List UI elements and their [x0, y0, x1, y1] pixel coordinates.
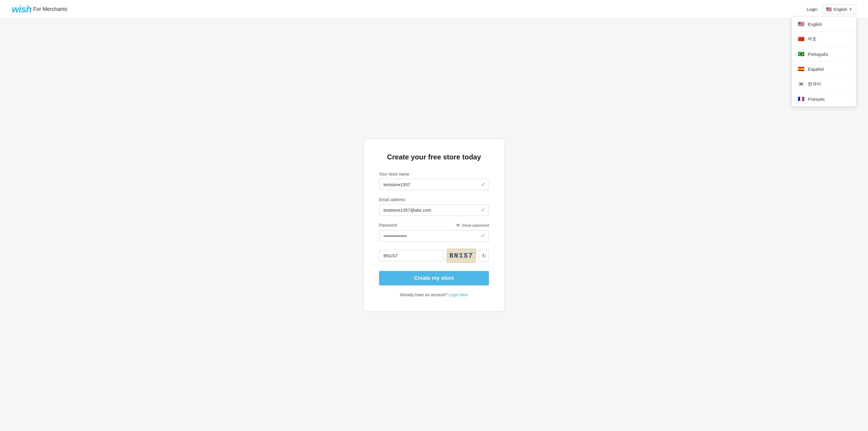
language-label-korean: 한국어 — [808, 81, 821, 87]
email-field-group: Email address ✓ — [379, 197, 489, 216]
for-merchants-label: For Merchants — [33, 6, 67, 12]
flag-br-icon: 🇧🇷 — [798, 51, 804, 57]
password-input[interactable] — [379, 230, 489, 242]
flag-es-icon: 🇪🇸 — [798, 66, 804, 72]
selected-language-flag: 🇺🇸 — [826, 6, 832, 12]
store-name-input-wrap: ✓ — [379, 179, 489, 190]
email-input[interactable] — [379, 204, 489, 216]
refresh-icon: ↻ — [482, 252, 486, 259]
header-right: Login 🇺🇸 English ▼ — [807, 4, 856, 14]
captcha-input[interactable] — [379, 250, 444, 261]
chevron-down-icon: ▼ — [849, 7, 852, 11]
language-dropdown: 🇺🇸 English 🇨🇳 中文 🇧🇷 Português 🇪🇸 Español… — [792, 17, 856, 106]
password-label: Password — [379, 223, 397, 227]
language-option-english[interactable]: 🇺🇸 English — [792, 17, 856, 32]
wish-logo: wish — [12, 4, 31, 15]
main-content: Create your free store today Your store … — [0, 19, 868, 431]
flag-fr-icon: 🇫🇷 — [798, 96, 804, 102]
email-label: Email address — [379, 197, 489, 202]
flag-cn-icon: 🇨🇳 — [798, 36, 804, 42]
email-input-wrap: ✓ — [379, 204, 489, 216]
password-label-row: Password 👁 Show password — [379, 223, 489, 228]
login-here-link[interactable]: Login here — [449, 293, 468, 297]
language-option-korean[interactable]: 🇰🇷 한국어 — [792, 76, 856, 92]
show-password-button[interactable]: 👁 Show password — [456, 223, 489, 228]
captcha-row: BN1S7 ↻ — [379, 249, 489, 263]
captcha-image: BN1S7 — [446, 249, 476, 263]
create-store-button[interactable]: Create my store — [379, 271, 489, 285]
flag-us-icon: 🇺🇸 — [798, 21, 804, 27]
password-field-group: Password 👁 Show password ✓ — [379, 223, 489, 242]
registration-form-card: Create your free store today Your store … — [364, 138, 504, 311]
password-valid-icon: ✓ — [481, 233, 486, 239]
password-input-wrap: ✓ — [379, 230, 489, 242]
show-password-label: Show password — [462, 223, 489, 227]
eye-icon: 👁 — [456, 223, 460, 228]
language-label-portuguese: Português — [808, 52, 828, 57]
form-title: Create your free store today — [379, 153, 489, 161]
selected-language-label: English — [834, 7, 847, 12]
language-option-french[interactable]: 🇫🇷 Français — [792, 92, 856, 106]
language-option-spanish[interactable]: 🇪🇸 Español — [792, 62, 856, 76]
language-option-chinese[interactable]: 🇨🇳 中文 — [792, 32, 856, 47]
logo-area: wish For Merchants — [12, 4, 67, 15]
store-name-label: Your store name — [379, 172, 489, 177]
store-name-field-group: Your store name ✓ — [379, 172, 489, 190]
header: wish For Merchants Login 🇺🇸 English ▼ 🇺🇸… — [0, 0, 868, 19]
store-name-input[interactable] — [379, 179, 489, 190]
flag-kr-icon: 🇰🇷 — [798, 81, 804, 87]
login-prompt-text: Already have an account? — [400, 293, 447, 297]
language-label-spanish: Español — [808, 67, 824, 72]
language-label-chinese: 中文 — [808, 36, 816, 42]
captcha-refresh-button[interactable]: ↻ — [479, 250, 489, 261]
store-name-valid-icon: ✓ — [481, 181, 486, 188]
language-option-portuguese[interactable]: 🇧🇷 Português — [792, 47, 856, 62]
login-prompt-area: Already have an account? Login here — [379, 293, 489, 297]
login-link[interactable]: Login — [807, 7, 817, 12]
language-label-english: English — [808, 22, 822, 27]
email-valid-icon: ✓ — [481, 207, 486, 213]
language-selector-button[interactable]: 🇺🇸 English ▼ — [822, 4, 856, 14]
language-label-french: Français — [808, 97, 825, 101]
